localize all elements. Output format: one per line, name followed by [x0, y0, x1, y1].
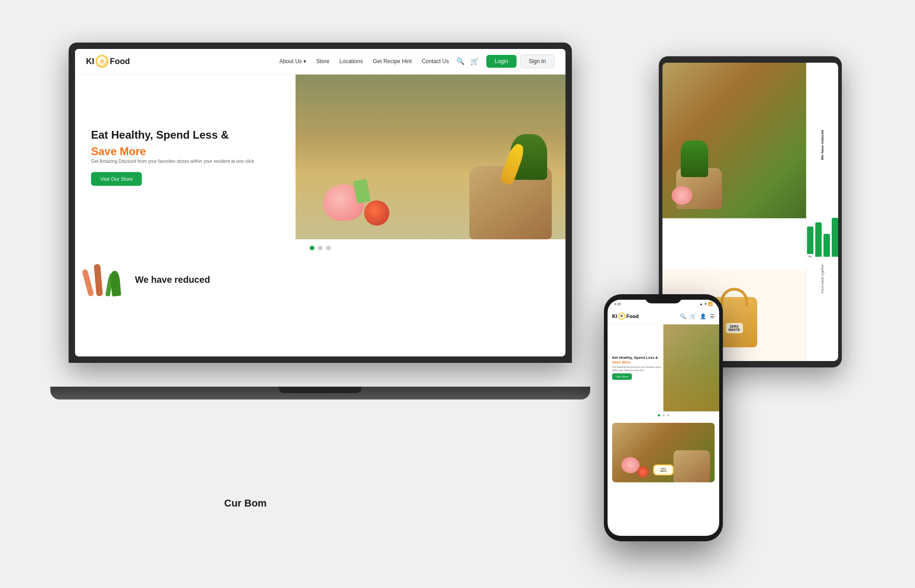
logo-food: Food — [110, 57, 130, 66]
nav-locations[interactable]: Locations — [339, 58, 363, 65]
phone-user-icon[interactable]: 👤 — [700, 313, 706, 319]
laptop-screen: KI ⏱ Food About Us ▾ Store Locations Get… — [75, 49, 565, 356]
phone-hero-image — [663, 324, 719, 411]
phone-cart-icon[interactable]: 🛒 — [690, 313, 696, 319]
hero-description: Get Amazing Discount from your favorites… — [91, 158, 304, 165]
laptop: KI ⏱ Food About Us ▾ Store Locations Get… — [69, 43, 590, 399]
phone-nav: KI ⏱ Food 🔍 🛒 👤 ☰ — [608, 309, 719, 324]
zero-waste-bag-text: ZEROWASTE — [729, 325, 740, 331]
hero-title-line2: Save More — [91, 145, 304, 158]
login-button[interactable]: Login — [486, 55, 516, 68]
phone-notch — [645, 294, 682, 303]
logo-ki: KI — [86, 57, 94, 66]
phone-search-icon[interactable]: 🔍 — [680, 313, 686, 319]
phone-dot-2[interactable] — [662, 414, 665, 416]
hero-content: Eat Healthy, Spend Less & Save More Get … — [75, 75, 320, 239]
phone-hero-desc: Get Amazing Discount from your favorites… — [612, 366, 664, 372]
phone-hero-content: Eat Healthy, Spend Less & Save More Get … — [608, 324, 669, 411]
phone-hero: Eat Healthy, Spend Less & Save More Get … — [608, 324, 719, 411]
tablet-food-waste-label: Food waste together — [821, 264, 824, 293]
scene: KI ⏱ Food About Us ▾ Store Locations Get… — [46, 20, 869, 569]
reduced-text: We have reduced — [135, 275, 210, 285]
phone-time: 4:20 — [614, 302, 621, 306]
phone-hero-title1: Eat Healthy, Spend Less & — [612, 356, 664, 360]
phone-dot-3[interactable] — [667, 414, 669, 416]
visit-store-button[interactable]: Visit Our Store — [91, 172, 142, 186]
carousel-dot-2[interactable] — [318, 246, 323, 250]
nav-contact[interactable]: Contact Us — [422, 58, 449, 65]
phone-bottom: ZEROWASTE — [608, 419, 719, 486]
tablet-stat-title: We have reduced — [820, 130, 824, 160]
carousel-dot-3[interactable] — [326, 246, 331, 250]
screen-bottom: We have reduced — [75, 257, 565, 303]
phone-dot-1[interactable] — [658, 414, 660, 416]
phone-carousel-dots — [608, 411, 719, 419]
hero-title-line1: Eat Healthy, Spend Less & — [91, 128, 304, 142]
phone-logo-ki: KI — [612, 313, 617, 319]
phone-menu-icon[interactable]: ☰ — [710, 313, 715, 319]
laptop-body: KI ⏱ Food About Us ▾ Store Locations Get… — [69, 43, 572, 363]
food-decoration — [296, 75, 565, 239]
phone-bottom-image: ZEROWASTE — [612, 423, 715, 482]
signin-button[interactable]: Sign In — [520, 54, 554, 68]
cur-bom-text: Cur Bom — [224, 497, 267, 509]
logo-clock-icon: ⏱ — [96, 55, 108, 68]
plant-decoration — [89, 264, 121, 296]
phone-logo: KI ⏱ Food — [612, 313, 639, 320]
nav-links: About Us ▾ Store Locations Get Recipe Hi… — [279, 58, 449, 65]
laptop-nav: KI ⏱ Food About Us ▾ Store Locations Get… — [75, 49, 565, 75]
phone-screen: 4:20 ▲ ✦ 📶 KI ⏱ Food 🔍 🛒 👤 ☰ — [608, 300, 719, 536]
hero-section: Eat Healthy, Spend Less & Save More Get … — [75, 75, 565, 239]
carousel-dots — [75, 239, 565, 257]
nav-about[interactable]: About Us ▾ — [279, 58, 306, 65]
hero-image — [296, 75, 565, 239]
nav-recipe[interactable]: Get Recipe Hint — [373, 58, 412, 65]
logo: KI ⏱ Food — [86, 55, 130, 68]
phone-visit-button[interactable]: Visit Store — [612, 373, 632, 380]
laptop-base — [50, 387, 590, 399]
phone-signal: ▲ ✦ 📶 — [700, 302, 713, 306]
search-icon[interactable]: 🔍 — [456, 57, 465, 65]
carousel-dot-1[interactable] — [310, 246, 314, 250]
phone-logo-food: Food — [626, 313, 639, 319]
nav-store[interactable]: Store — [316, 58, 329, 65]
cart-icon[interactable]: 🛒 — [470, 57, 479, 65]
phone-nav-icons: 🔍 🛒 👤 ☰ — [680, 313, 715, 319]
phone-hero-title2: Save More — [612, 360, 664, 364]
nav-icons: 🔍 🛒 — [456, 57, 479, 65]
phone-logo-icon: ⏱ — [618, 313, 625, 320]
zero-waste-label-phone: ZEROWASTE — [660, 468, 667, 472]
phone: 4:20 ▲ ✦ 📶 KI ⏱ Food 🔍 🛒 👤 ☰ — [604, 294, 723, 541]
